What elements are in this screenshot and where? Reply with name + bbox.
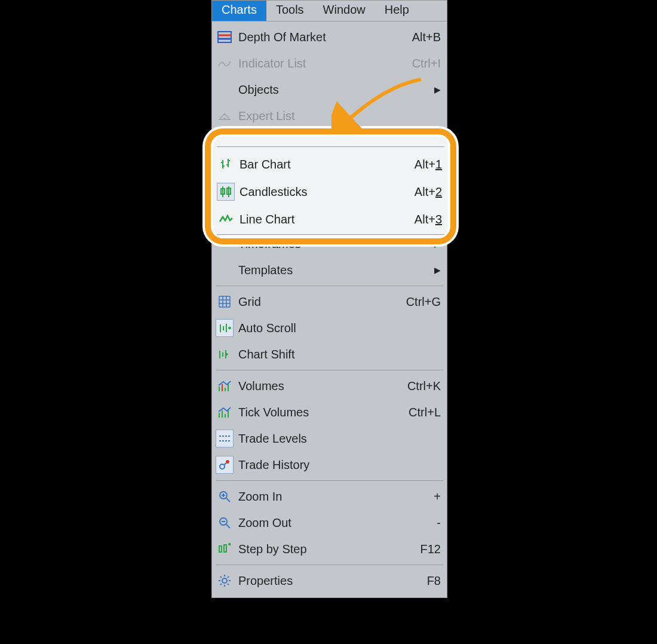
menu-separator <box>216 370 443 370</box>
menu-item-depth-of-market[interactable]: Depth Of Market Alt+B <box>212 24 447 50</box>
menu-item-shortcut: + <box>400 490 441 504</box>
submenu-arrow-icon: ▶ <box>429 265 441 275</box>
menu-item-shortcut: Alt+3 <box>401 213 442 226</box>
menu-item-label: Expert List <box>234 109 400 123</box>
menu-item-label: Indicator List <box>234 57 400 70</box>
svg-line-47 <box>228 576 229 578</box>
svg-line-48 <box>220 584 222 585</box>
svg-line-36 <box>226 525 230 528</box>
menu-item-shortcut: - <box>400 516 441 530</box>
trade-levels-icon <box>216 430 234 447</box>
menu-item-label: Trade History <box>234 458 400 472</box>
menu-item-expert-list: Expert List <box>212 103 447 129</box>
menu-item-shortcut: Ctrl+G <box>400 295 441 309</box>
menu-separator <box>216 565 443 565</box>
trade-history-icon <box>216 456 234 474</box>
menu-item-shortcut: F12 <box>400 542 441 556</box>
menu-tab-help[interactable]: Help <box>375 1 419 21</box>
menu-item-label: Grid <box>234 295 400 309</box>
menu-item-shortcut: Alt+1 <box>401 158 442 171</box>
svg-point-28 <box>220 464 225 469</box>
charts-menu-panel: Charts Tools Window Help Depth Of Market… <box>211 0 447 598</box>
gear-icon <box>216 572 234 590</box>
charts-dropdown: Depth Of Market Alt+B Indicator List Ctr… <box>212 22 447 597</box>
menu-item-properties[interactable]: Properties F8 <box>212 568 447 594</box>
tick-volumes-icon <box>216 403 234 421</box>
menu-tab-tools[interactable]: Tools <box>266 1 314 21</box>
menu-item-label: Objects <box>234 83 429 97</box>
menu-item-bar-chart[interactable]: Bar Chart Alt+1 <box>211 151 450 178</box>
menu-item-label: Properties <box>234 574 400 588</box>
menu-item-shortcut: Alt+B <box>400 30 441 44</box>
menu-item-shortcut: Ctrl+I <box>400 57 441 70</box>
menu-item-label: Volumes <box>234 379 400 393</box>
menu-item-label: Zoom In <box>234 490 400 504</box>
svg-point-40 <box>222 578 227 583</box>
menu-item-shortcut: Ctrl+K <box>400 379 441 393</box>
bar-chart-icon <box>217 155 235 173</box>
svg-line-46 <box>228 584 229 585</box>
menu-item-tick-volumes[interactable]: Tick Volumes Ctrl+L <box>212 399 447 425</box>
menu-item-shortcut: Alt+2 <box>401 185 442 199</box>
expert-list-icon <box>216 107 234 125</box>
menu-item-label: Trade Levels <box>234 432 400 446</box>
blank-icon <box>216 261 234 279</box>
menu-item-label: Step by Step <box>234 542 400 556</box>
menu-item-zoom-out[interactable]: Zoom Out - <box>212 510 447 536</box>
menu-item-shortcut: F8 <box>400 574 441 588</box>
blank-icon <box>216 81 234 99</box>
menu-item-chart-shift[interactable]: Chart Shift <box>212 341 447 367</box>
submenu-arrow-icon: ▶ <box>429 85 441 94</box>
menu-separator <box>216 480 443 481</box>
menu-item-templates[interactable]: Templates ▶ <box>212 257 447 283</box>
zoom-out-icon <box>216 514 234 532</box>
step-by-step-icon <box>216 540 234 558</box>
menu-tab-window[interactable]: Window <box>314 1 375 21</box>
svg-line-30 <box>224 463 226 465</box>
menu-item-label: Chart Shift <box>234 348 400 361</box>
menu-tab-charts[interactable]: Charts <box>212 1 266 21</box>
zoom-in-icon <box>216 487 234 505</box>
auto-scroll-icon <box>216 319 234 337</box>
svg-rect-3 <box>223 118 226 120</box>
svg-rect-0 <box>218 32 231 42</box>
svg-line-45 <box>220 576 222 578</box>
menu-item-trade-levels[interactable]: Trade Levels <box>212 425 447 452</box>
menu-item-shortcut: Ctrl+L <box>400 406 441 419</box>
menu-item-objects[interactable]: Objects ▶ <box>212 76 447 103</box>
svg-rect-39 <box>224 545 226 552</box>
menu-item-label: Depth Of Market <box>234 30 400 44</box>
menu-separator <box>217 234 444 235</box>
menu-separator <box>216 286 443 286</box>
annotation-highlight-box: Bar Chart Alt+1 Candlesticks Alt+2 Line … <box>205 128 456 244</box>
menu-item-label: Auto Scroll <box>234 321 400 335</box>
menu-item-label: Tick Volumes <box>234 406 400 419</box>
indicator-list-icon <box>216 54 234 72</box>
menu-separator <box>217 146 444 147</box>
candlesticks-icon <box>217 183 235 201</box>
grid-icon <box>216 293 234 311</box>
menu-item-auto-scroll[interactable]: Auto Scroll <box>212 315 447 341</box>
svg-rect-38 <box>219 546 222 552</box>
menu-item-grid[interactable]: Grid Ctrl+G <box>212 289 447 315</box>
menu-item-label: Candlesticks <box>235 185 401 199</box>
depth-of-market-icon <box>216 28 234 46</box>
menu-item-label: Bar Chart <box>235 158 401 171</box>
menu-item-step-by-step[interactable]: Step by Step F12 <box>212 536 447 562</box>
menu-item-volumes[interactable]: Volumes Ctrl+K <box>212 373 447 399</box>
chart-shift-icon <box>216 345 234 363</box>
menu-item-label: Line Chart <box>235 213 401 226</box>
menu-item-candlesticks[interactable]: Candlesticks Alt+2 <box>211 178 450 206</box>
menu-item-line-chart[interactable]: Line Chart Alt+3 <box>211 206 450 233</box>
menu-item-indicator-list: Indicator List Ctrl+I <box>212 50 447 76</box>
menu-item-zoom-in[interactable]: Zoom In + <box>212 483 447 510</box>
svg-line-32 <box>226 498 230 502</box>
menu-item-label: Templates <box>234 263 429 277</box>
volumes-icon <box>216 377 234 395</box>
line-chart-icon <box>217 210 235 228</box>
menu-bar: Charts Tools Window Help <box>212 1 447 22</box>
menu-item-label: Zoom Out <box>234 516 400 530</box>
menu-item-trade-history[interactable]: Trade History <box>212 452 447 478</box>
